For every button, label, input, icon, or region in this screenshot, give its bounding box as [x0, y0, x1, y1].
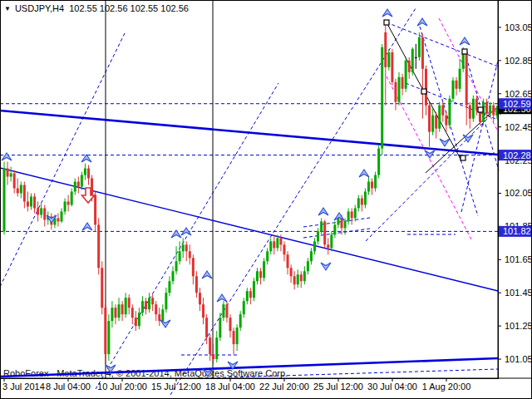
x-axis-label: 22 Jul 20:00	[259, 382, 309, 392]
x-axis-label: 10 Jul 20:00	[97, 382, 147, 392]
trendline-handle[interactable]	[461, 155, 466, 160]
price-tag-value: 102.59	[503, 99, 531, 109]
y-axis-label: 101.65	[505, 254, 532, 264]
candle	[377, 145, 380, 179]
trendline-handle[interactable]	[478, 107, 483, 112]
chart-canvas[interactable]: RoboForex - MetaTrader 4, © 2001-2014, M…	[0, 0, 532, 399]
chart-dropdown-icon[interactable]: ▼	[4, 5, 11, 12]
price-tag: 102.28	[499, 150, 532, 160]
x-axis-label: 8 Jul 04:00	[46, 382, 91, 392]
price-tag: 102.59	[499, 98, 532, 109]
chart-title-bar: ▼USDJPY,H4 102.55 102.56 102.55 102.56	[4, 3, 189, 13]
y-axis-label: 101.05	[505, 354, 532, 364]
y-axis-label: 102.65	[505, 89, 532, 99]
candle	[263, 258, 265, 281]
candle	[398, 72, 401, 106]
candle	[323, 219, 326, 248]
x-axis-label: 25 Jul 12:00	[313, 382, 363, 392]
y-axis-label: 102.05	[505, 188, 532, 198]
candle	[97, 218, 100, 274]
price-tag: 101.82	[499, 226, 532, 237]
symbol-timeframe-label: USDJPY,H4	[15, 3, 64, 13]
x-axis-label: 1 Aug 20:00	[422, 382, 471, 392]
candle	[411, 47, 414, 76]
price-tag-value: 102.28	[503, 150, 531, 160]
candle	[451, 77, 454, 102]
y-axis-label: 101.45	[505, 288, 532, 298]
x-axis-label: 3 Jul 2014	[2, 382, 45, 392]
candle	[107, 314, 110, 361]
watermark-text: RoboForex - MetaTrader 4, © 2001-2014, M…	[3, 368, 288, 378]
y-axis-label: 102.45	[505, 122, 532, 132]
trendline-handle[interactable]	[462, 49, 467, 54]
candle	[405, 57, 407, 92]
price-tag-value: 101.82	[503, 226, 531, 236]
x-axis-label: 30 Jul 04:00	[367, 382, 417, 392]
y-axis-label: 102.85	[505, 56, 532, 66]
x-axis-label: 15 Jul 12:00	[151, 382, 201, 392]
trendline-handle[interactable]	[421, 89, 426, 94]
chart-background	[0, 0, 532, 399]
chart-window: RoboForex - MetaTrader 4, © 2001-2014, M…	[0, 0, 532, 399]
candle	[438, 102, 441, 132]
candle	[253, 278, 255, 301]
x-axis-label: 18 Jul 04:00	[205, 382, 255, 392]
y-axis-label: 101.25	[505, 321, 532, 331]
candle	[391, 49, 393, 86]
candle	[101, 261, 103, 314]
candle	[381, 44, 383, 155]
y-axis-label: 103.05	[505, 22, 532, 32]
candle	[3, 162, 6, 235]
ohlc-quote-label: 102.55 102.56 102.55 102.56	[69, 3, 189, 13]
candle	[472, 96, 475, 122]
trendline-handle[interactable]	[384, 20, 389, 25]
candle	[448, 96, 451, 129]
